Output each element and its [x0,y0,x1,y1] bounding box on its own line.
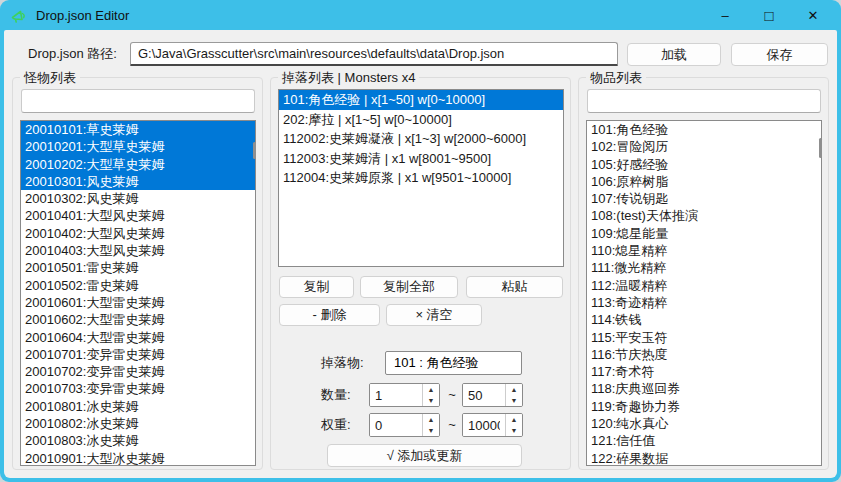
window-title: Drop.json Editor [36,8,129,23]
arrow-up-icon[interactable]: ▲ [506,384,522,395]
arrow-up-icon[interactable]: ▲ [423,384,439,395]
quantity-min-input[interactable] [370,384,422,406]
weight-max-input[interactable] [463,414,505,436]
path-label: Drop.json 路径: [28,42,117,66]
arrow-up-icon[interactable]: ▲ [423,414,439,425]
load-button[interactable]: 加载 [627,43,721,66]
arrow-down-icon[interactable]: ▼ [506,425,522,436]
close-button[interactable]: ✕ [791,0,835,30]
monster-list-item[interactable]: 20010501:雷史莱姆 [21,259,255,276]
weight-max-stepper: ▲▼ [462,413,523,437]
weight-label: 权重: [321,413,351,437]
stepper-arrows: ▲▼ [422,414,439,436]
monster-list-item[interactable]: 20010402:大型风史莱姆 [21,225,255,242]
copy-button[interactable]: 复制 [279,276,354,298]
item-list-item[interactable]: 114:铁钱 [587,311,821,328]
item-list-item[interactable]: 113:奇迹精粹 [587,294,821,311]
monster-list-item[interactable]: 20010403:大型风史莱姆 [21,242,255,259]
drop-list-item[interactable]: 112004:史莱姆原浆 | x1 w[9501~10000] [279,168,563,188]
monster-list-item[interactable]: 20010502:雷史莱姆 [21,277,255,294]
monster-list-item[interactable]: 20010601:大型雷史莱姆 [21,294,255,311]
monster-list-item[interactable]: 20010801:冰史莱姆 [21,398,255,415]
app-window: Drop.json Editor – □ ✕ Drop.json 路径: 加载 … [0,0,841,482]
item-list-item[interactable]: 116:节庆热度 [587,346,821,363]
stepper-arrows: ▲▼ [422,384,439,406]
item-list-item[interactable]: 115:平安玉符 [587,329,821,346]
monster-list-item[interactable]: 20010201:大型草史莱姆 [21,138,255,155]
quantity-label: 数量: [321,383,351,407]
monster-list-item[interactable]: 20010701:变异雷史莱姆 [21,346,255,363]
item-list-item[interactable]: 108:(test)天体推演 [587,207,821,224]
weight-tilde: ~ [443,413,461,437]
monster-list-item[interactable]: 20010202:大型草史莱姆 [21,156,255,173]
stepper-arrows: ▲▼ [505,414,522,436]
monster-list-item[interactable]: 20010803:冰史莱姆 [21,432,255,449]
monster-list-item[interactable]: 20010602:大型雷史莱姆 [21,311,255,328]
path-input[interactable] [130,42,618,66]
drop-item-label: 掉落物: [321,351,364,375]
item-list-item[interactable]: 118:庆典巡回券 [587,380,821,397]
monster-list-item[interactable]: 20010703:变异雷史莱姆 [21,380,255,397]
paste-button[interactable]: 粘贴 [466,276,563,298]
drop-list-item[interactable]: 101:角色经验 | x[1~50] w[0~10000] [279,90,563,110]
drop-item-input[interactable] [385,351,522,375]
clear-button[interactable]: × 清空 [386,304,482,326]
arrow-down-icon[interactable]: ▼ [506,395,522,406]
minimize-button[interactable]: – [703,0,747,30]
item-list-scrollbar[interactable] [819,138,822,158]
item-list-item[interactable]: 111:微光精粹 [587,259,821,276]
monster-panel: 怪物列表 20010101:草史莱姆20010201:大型草史莱姆2001020… [12,77,263,470]
monster-search-input[interactable] [21,89,255,113]
maximize-button[interactable]: □ [747,0,791,30]
stepper-arrows: ▲▼ [505,384,522,406]
monster-list-item[interactable]: 20010702:变异雷史莱姆 [21,363,255,380]
monster-list-item[interactable]: 20010302:风史莱姆 [21,190,255,207]
item-list-item[interactable]: 101:角色经验 [587,121,821,138]
item-list-item[interactable]: 105:好感经验 [587,156,821,173]
monster-list-item[interactable]: 20010101:草史莱姆 [21,121,255,138]
drop-panel: 掉落列表 | Monsters x4 101:角色经验 | x[1~50] w[… [270,77,571,470]
monster-list-item[interactable]: 20010802:冰史莱姆 [21,415,255,432]
item-panel: 物品列表 101:角色经验102:冒险阅历105:好感经验106:原粹树脂107… [578,77,829,470]
item-list-item[interactable]: 117:奇术符 [587,363,821,380]
item-list-item[interactable]: 122:碎果数据 [587,450,821,466]
arrow-down-icon[interactable]: ▼ [423,395,439,406]
monster-list-item[interactable]: 20010604:大型雷史莱姆 [21,329,255,346]
quantity-max-input[interactable] [463,384,505,406]
monster-list-item[interactable]: 20010901:大型冰史莱姆 [21,450,255,466]
weight-min-input[interactable] [370,414,422,436]
monster-list-item[interactable]: 20010401:大型风史莱姆 [21,207,255,224]
save-button[interactable]: 保存 [731,43,828,66]
weight-min-stepper: ▲▼ [369,413,440,437]
item-list-item[interactable]: 119:奇趣协力券 [587,398,821,415]
drop-panel-title: 掉落列表 | Monsters x4 [278,69,419,87]
monster-panel-title: 怪物列表 [20,69,80,87]
add-or-update-button[interactable]: √ 添加或更新 [327,444,522,467]
drop-list-item[interactable]: 202:摩拉 | x[1~5] w[0~10000] [279,110,563,130]
monster-list: 20010101:草史莱姆20010201:大型草史莱姆20010202:大型草… [20,120,256,466]
item-list-item[interactable]: 109:熄星能量 [587,225,821,242]
item-list-item[interactable]: 107:传说钥匙 [587,190,821,207]
item-panel-title: 物品列表 [586,69,646,87]
titlebar: Drop.json Editor – □ ✕ [0,0,841,30]
drop-list: 101:角色经验 | x[1~50] w[0~10000]202:摩拉 | x[… [278,89,564,267]
arrow-down-icon[interactable]: ▼ [423,425,439,436]
item-list-item[interactable]: 106:原粹树脂 [587,173,821,190]
item-list-item[interactable]: 110:熄星精粹 [587,242,821,259]
item-list-item[interactable]: 120:纯水真心 [587,415,821,432]
quantity-min-stepper: ▲▼ [369,383,440,407]
item-search-input[interactable] [587,89,821,113]
copy-all-button[interactable]: 复制全部 [360,276,458,298]
delete-button[interactable]: - 删除 [279,304,380,326]
monster-list-item[interactable]: 20010301:风史莱姆 [21,173,255,190]
item-list-item[interactable]: 112:温暖精粹 [587,277,821,294]
drop-list-item[interactable]: 112003:史莱姆清 | x1 w[8001~9500] [279,149,563,169]
arrow-up-icon[interactable]: ▲ [506,414,522,425]
quantity-tilde: ~ [443,383,461,407]
window-controls: – □ ✕ [703,0,835,30]
item-list-item[interactable]: 121:信任值 [587,432,821,449]
monster-list-scrollbar[interactable] [253,142,256,159]
item-list: 101:角色经验102:冒险阅历105:好感经验106:原粹树脂107:传说钥匙… [586,120,822,466]
item-list-item[interactable]: 102:冒险阅历 [587,138,821,155]
drop-list-item[interactable]: 112002:史莱姆凝液 | x[1~3] w[2000~6000] [279,129,563,149]
